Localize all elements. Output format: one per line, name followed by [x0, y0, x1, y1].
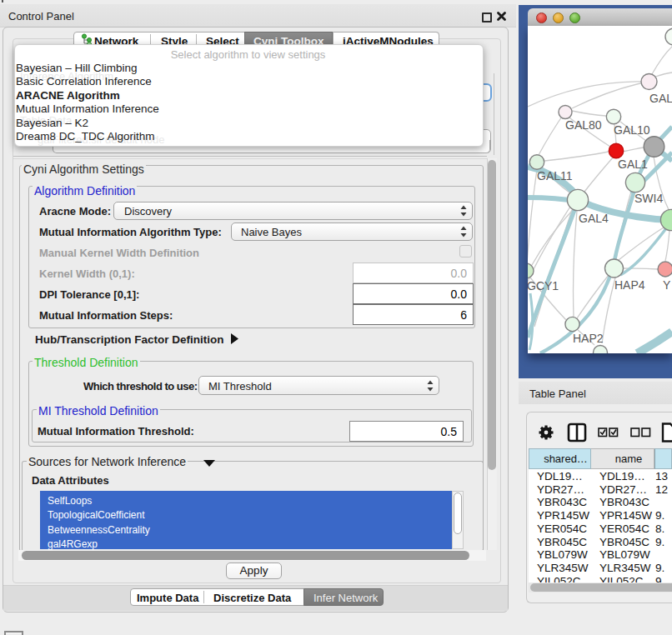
svg-text:GAL80: GAL80 [565, 118, 602, 132]
svg-text:Y: Y [663, 278, 671, 292]
svg-text:GAL8: GAL8 [649, 92, 672, 105]
svg-text:GAL1: GAL1 [618, 158, 648, 171]
svg-text:GCY1: GCY1 [528, 279, 559, 292]
svg-text:GAL10: GAL10 [614, 123, 650, 137]
svg-text:GAL4: GAL4 [579, 212, 609, 225]
svg-text:HAP2: HAP2 [573, 332, 604, 345]
svg-text:GAL11: GAL11 [537, 169, 573, 182]
svg-text:HAP4: HAP4 [614, 278, 645, 292]
svg-text:SWI4: SWI4 [634, 192, 663, 205]
